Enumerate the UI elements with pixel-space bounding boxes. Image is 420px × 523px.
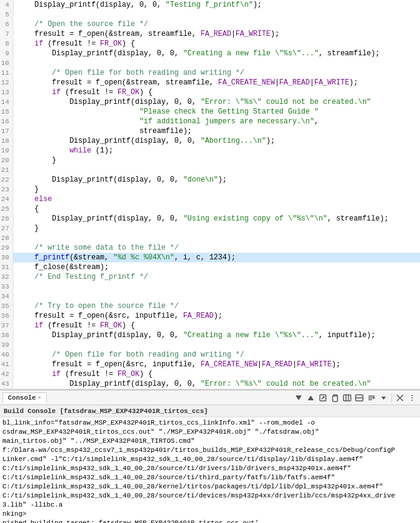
code-line: 42 if (fresult != FR_OK) { xyxy=(0,369,420,379)
line-number: 17 xyxy=(0,126,13,136)
line-number: 37 xyxy=(0,321,13,330)
svg-point-17 xyxy=(412,397,413,398)
console-tab-bar: Console ✕ xyxy=(0,391,420,405)
console-line: nished building target: fatsdraw_MSP_EXP… xyxy=(2,519,418,523)
line-content: fresult = f_open(&src, inputfile, FA_CRE… xyxy=(17,360,420,369)
line-content: f_close(&stream); xyxy=(17,262,420,272)
code-line: 11 /* Open file for both reading and wri… xyxy=(0,68,420,78)
svg-marker-1 xyxy=(308,395,314,400)
line-number: 18 xyxy=(0,136,13,146)
svg-marker-0 xyxy=(296,395,302,400)
more-options-icon[interactable] xyxy=(378,392,389,403)
line-number: 19 xyxy=(0,146,13,156)
scroll-up-icon[interactable] xyxy=(305,392,316,403)
line-number: 10 xyxy=(0,58,13,68)
code-line: 16 "if additional jumpers are necessary.… xyxy=(0,117,420,126)
line-content: Display_printf(display, 0, 0, "Using exi… xyxy=(17,214,420,224)
line-number: 38 xyxy=(0,330,13,340)
code-line: 23 } xyxy=(0,185,420,194)
code-line: 40 /* Open file for both reading and wri… xyxy=(0,350,420,360)
code-container[interactable]: 4 Display_printf(display, 0, 0, "Testing… xyxy=(0,0,420,389)
code-line: 14 Display_printf(display, 0, 0, "Error:… xyxy=(0,97,420,107)
code-line: 19 while (1); xyxy=(0,146,420,156)
line-content: if (fresult != FR_OK) { xyxy=(17,321,420,330)
line-content: "if additional jumpers are necessary.\n"… xyxy=(17,117,420,126)
line-content: fresult = f_open(&stream, streamfile, FA… xyxy=(17,78,420,87)
panel-icon[interactable] xyxy=(354,392,365,403)
line-number: 6 xyxy=(0,19,13,29)
console-panel: Console ✕ xyxy=(0,389,420,523)
line-number: 33 xyxy=(0,282,13,292)
line-number: 24 xyxy=(0,194,13,204)
line-number: 12 xyxy=(0,78,13,87)
line-number: 15 xyxy=(0,107,13,117)
menu-icon[interactable] xyxy=(407,392,418,403)
close-console-icon[interactable] xyxy=(395,392,405,403)
line-number: 13 xyxy=(0,87,13,97)
line-number: 36 xyxy=(0,311,13,321)
code-line: 22 Display_printf(display, 0, 0, "done\n… xyxy=(0,175,420,185)
svg-rect-5 xyxy=(344,395,351,401)
line-number: 14 xyxy=(0,97,13,107)
line-number: 20 xyxy=(0,156,13,165)
code-line: 4 Display_printf(display, 0, 0, "Testing… xyxy=(0,0,420,10)
line-number: 21 xyxy=(0,165,13,175)
build-console-title: Build Console [fatsdraw_MSP_EXP432P401R_… xyxy=(4,408,208,415)
code-lines: 4 Display_printf(display, 0, 0, "Testing… xyxy=(0,0,420,389)
console-tab-icon: ✕ xyxy=(38,394,41,401)
code-line: 15 "Please check the Getting Started Gui… xyxy=(0,107,420,117)
code-line: 29 /* write some data to the file */ xyxy=(0,243,420,253)
line-content xyxy=(17,292,420,301)
line-number: 29 xyxy=(0,243,13,253)
line-number: 11 xyxy=(0,68,13,78)
columns-icon[interactable] xyxy=(342,392,353,403)
line-number: 5 xyxy=(0,10,13,19)
line-content: else xyxy=(17,194,420,204)
line-content: Display_printf(display, 0, 0, "Error: \"… xyxy=(17,97,420,107)
copy-icon[interactable] xyxy=(330,392,340,403)
console-output[interactable]: bl_link_info="fatsdraw_MSP_EXP432P401R_t… xyxy=(0,417,420,523)
link-icon[interactable] xyxy=(317,392,328,403)
code-line-highlighted: 30 f_printf(&stream, "%d %c %04X\n", i, … xyxy=(0,253,420,262)
line-content: /* write some data to the file */ xyxy=(17,243,420,253)
code-line: 36 fresult = f_open(&src, inputfile, FA_… xyxy=(0,311,420,321)
line-number: 35 xyxy=(0,301,13,311)
code-line: 39 xyxy=(0,340,420,350)
wrap-lines-icon[interactable] xyxy=(366,392,377,403)
line-content: } xyxy=(17,224,420,233)
line-content: /* Open the source file */ xyxy=(17,19,420,29)
line-content xyxy=(17,10,420,19)
line-content: { xyxy=(17,204,420,214)
code-line: 18 Display_printf(display, 0, 0, "Aborti… xyxy=(0,136,420,146)
line-content: fresult = f_open(&stream, streamfile, FA… xyxy=(17,29,420,39)
console-line: csdraw_MSP_EXP432P401R_tirtos_ccs.out" "… xyxy=(2,428,418,437)
line-number: 26 xyxy=(0,214,13,224)
code-line: 43 Display_printf(display, 0, 0, "Error:… xyxy=(0,379,420,389)
code-line: 35 /* Try to open the source file */ xyxy=(0,301,420,311)
console-line: C:/ti/simplelink_msp432_sdk_1_40_00_28/s… xyxy=(2,464,418,473)
line-number: 39 xyxy=(0,340,13,350)
code-line: 41 fresult = f_open(&src, inputfile, FA_… xyxy=(0,360,420,369)
line-content: if (fresult != FR_OK) { xyxy=(17,87,420,97)
code-line: 13 if (fresult != FR_OK) { xyxy=(0,87,420,97)
console-line: Linker.cmd" -l"C:/ti/simplelink_msp432_s… xyxy=(2,455,418,464)
console-line: C:/ti/simplelink_msp432_sdk_1_40_00_28/k… xyxy=(2,482,418,491)
horizontal-scrollbar[interactable] xyxy=(0,389,420,389)
console-line: nking> xyxy=(2,510,418,519)
console-tab[interactable]: Console ✕ xyxy=(2,392,47,403)
code-line: 34 xyxy=(0,292,420,301)
code-line: 27 } xyxy=(0,224,420,233)
line-content xyxy=(17,165,420,175)
line-content: Display_printf(display, 0, 0, "Testing f… xyxy=(17,0,420,10)
line-number: 42 xyxy=(0,369,13,379)
svg-rect-4 xyxy=(333,396,337,402)
line-content xyxy=(17,233,420,243)
line-content: Display_printf(display, 0, 0, "done\n"); xyxy=(17,175,420,185)
console-line: 3.lib" -llibc.a xyxy=(2,501,418,510)
code-line: 26 Display_printf(display, 0, 0, "Using … xyxy=(0,214,420,224)
scroll-down-icon[interactable] xyxy=(293,392,304,403)
line-content: } xyxy=(17,156,420,165)
editor-area: 4 Display_printf(display, 0, 0, "Testing… xyxy=(0,0,420,389)
code-line: 20 } xyxy=(0,156,420,165)
line-content: if (fresult != FR_OK) { xyxy=(17,369,420,379)
